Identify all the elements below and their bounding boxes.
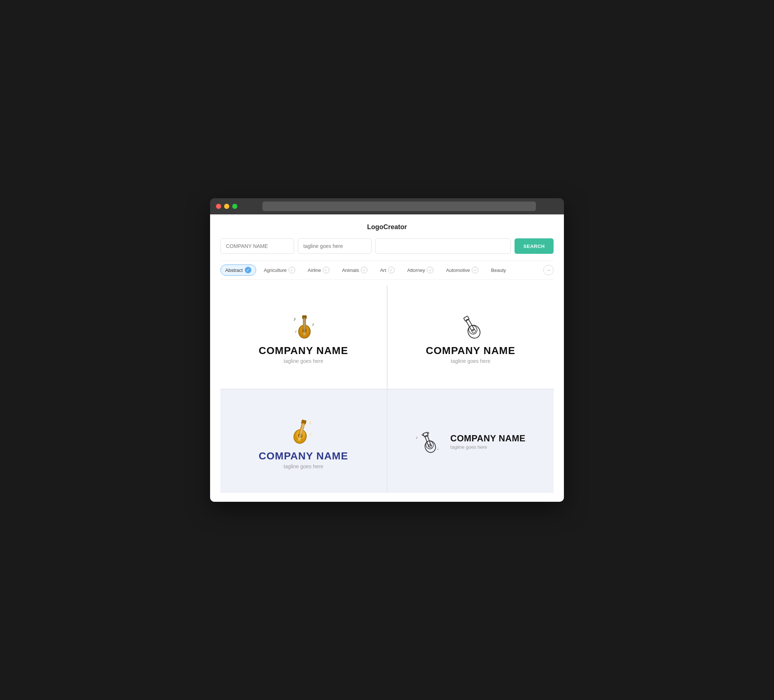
filter-next-button[interactable]: →	[543, 265, 554, 275]
svg-rect-15	[464, 316, 469, 322]
filter-chip-attorney[interactable]: Attorney ✓	[402, 264, 438, 276]
filter-chip-beauty[interactable]: Beauty	[486, 265, 511, 275]
filter-label-art: Art	[380, 267, 386, 273]
logo-icon-1: ♪ ♪ ♩	[287, 310, 320, 341]
close-button[interactable]	[216, 204, 221, 209]
filter-chip-airline[interactable]: Airline ✓	[303, 264, 334, 276]
logo-icon-3: ♪ ♩	[287, 414, 320, 447]
logo-card-4[interactable]: ♪ ♩	[388, 390, 554, 493]
logo-card-2[interactable]: COMPANY NAME tagline goes here	[388, 286, 554, 389]
app-content: LogoCreator SEARCH Abstract ✓ Agricultur…	[210, 215, 564, 502]
browser-window: LogoCreator SEARCH Abstract ✓ Agricultur…	[210, 198, 564, 502]
logo-tagline-2: tagline goes here	[451, 358, 490, 364]
logo-company-name-3: COMPANY NAME	[259, 450, 348, 462]
address-bar[interactable]	[263, 201, 536, 211]
logo-inline-4: ♪ ♩	[416, 428, 526, 455]
logo-company-name-4: COMPANY NAME	[450, 433, 526, 444]
minimize-button[interactable]	[224, 204, 229, 209]
logo-inline-text-4: COMPANY NAME tagline goes here	[450, 433, 526, 450]
extra-search-input[interactable]	[375, 238, 511, 254]
logo-icon-2	[454, 310, 487, 341]
filter-chip-animals[interactable]: Animals ✓	[337, 264, 372, 276]
filter-chip-abstract[interactable]: Abstract ✓	[220, 264, 256, 276]
filter-label-agriculture: Agriculture	[264, 267, 287, 273]
filter-label-abstract: Abstract	[225, 267, 243, 273]
svg-text:♩: ♩	[295, 329, 297, 333]
tagline-input[interactable]	[298, 238, 372, 254]
check-icon-airline: ✓	[323, 267, 329, 273]
maximize-button[interactable]	[232, 204, 237, 209]
filter-chip-agriculture[interactable]: Agriculture ✓	[259, 264, 300, 276]
logo-tagline-1: tagline goes here	[284, 358, 323, 364]
svg-text:♩: ♩	[309, 432, 311, 436]
filter-label-airline: Airline	[308, 267, 321, 273]
filter-bar: Abstract ✓ Agriculture ✓ Airline ✓ Anima…	[220, 261, 554, 280]
svg-text:♪: ♪	[416, 435, 418, 439]
check-icon-agriculture: ✓	[289, 267, 295, 273]
filter-label-automotive: Automotive	[446, 267, 470, 273]
check-icon-attorney: ✓	[427, 267, 433, 273]
check-icon-art: ✓	[388, 267, 395, 273]
logo-company-name-1: COMPANY NAME	[259, 345, 348, 357]
logo-tagline-3: tagline goes here	[284, 464, 323, 469]
browser-titlebar	[210, 198, 564, 215]
svg-point-16	[471, 329, 476, 334]
svg-point-29	[423, 439, 437, 454]
svg-text:♩: ♩	[437, 447, 438, 451]
filter-chip-automotive[interactable]: Automotive ✓	[441, 264, 483, 276]
search-button[interactable]: SEARCH	[514, 238, 554, 254]
filter-label-beauty: Beauty	[491, 267, 506, 273]
search-bar: SEARCH	[220, 238, 554, 254]
logo-tagline-4: tagline goes here	[450, 444, 526, 450]
logo-company-name-2: COMPANY NAME	[426, 345, 515, 357]
company-name-input[interactable]	[220, 238, 294, 254]
filter-label-attorney: Attorney	[407, 267, 425, 273]
logo-card-1[interactable]: ♪ ♪ ♩	[220, 286, 387, 389]
svg-text:♪: ♪	[312, 322, 314, 327]
check-icon-automotive: ✓	[472, 267, 478, 273]
check-icon-abstract: ✓	[245, 267, 251, 273]
filter-chip-art[interactable]: Art ✓	[375, 264, 400, 276]
svg-point-35	[427, 432, 429, 434]
svg-point-34	[422, 434, 424, 436]
logo-icon-4: ♪ ♩	[416, 428, 445, 455]
svg-text:♪: ♪	[293, 316, 296, 322]
app-title: LogoCreator	[220, 223, 554, 231]
logo-grid: ♪ ♪ ♩	[220, 286, 554, 493]
logo-card-3[interactable]: ♪ ♩	[220, 390, 387, 493]
check-icon-animals: ✓	[361, 267, 367, 273]
svg-text:♪: ♪	[309, 419, 311, 425]
filter-label-animals: Animals	[342, 267, 359, 273]
